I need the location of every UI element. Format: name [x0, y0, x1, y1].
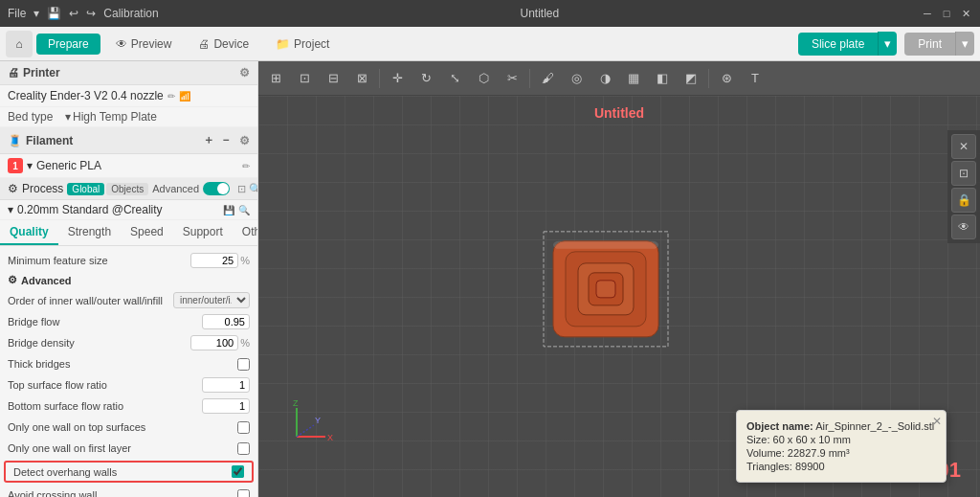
toolbar-rotate[interactable]: ↻ [412, 65, 439, 92]
slice-button[interactable]: Slice plate [798, 33, 878, 56]
tab-strength[interactable]: Strength [58, 220, 121, 245]
tab-others[interactable]: Others [233, 220, 258, 245]
file-menu[interactable]: File [8, 7, 26, 20]
redo-icon[interactable]: ↪ [86, 7, 96, 20]
close-button[interactable]: ✕ [959, 7, 972, 20]
undo-icon[interactable]: ↩ [69, 7, 78, 20]
tab-support[interactable]: Support [173, 220, 233, 245]
toolbar-hollow[interactable]: ◩ [678, 65, 704, 92]
advanced-subheader[interactable]: ⚙ Advanced [0, 271, 257, 289]
advanced-toggle-switch[interactable] [203, 182, 230, 195]
print-dropdown-button[interactable]: ▾ [955, 32, 974, 56]
bottom-surface-flow-row: Bottom surface flow ratio [0, 395, 257, 417]
tab-project[interactable]: 📁 Project [264, 34, 341, 55]
slice-dropdown-button[interactable]: ▾ [878, 32, 897, 56]
avoid-crossing-value [237, 489, 250, 498]
close-view-button[interactable]: ✕ [951, 134, 976, 159]
info-triangles-row: Triangles: 89900 [746, 461, 936, 472]
reset-view-button[interactable]: ⊡ [951, 161, 976, 186]
toolbar-fdm-paint[interactable]: ◑ [591, 65, 618, 92]
order-label: Order of inner wall/outer wall/infill [8, 295, 173, 306]
top-surface-flow-input[interactable] [202, 377, 250, 393]
tag-objects[interactable]: Objects [106, 183, 148, 195]
toolbar-scale[interactable]: ⤡ [441, 65, 468, 92]
3d-object[interactable] [539, 226, 673, 353]
save-icon[interactable]: 💾 [47, 7, 61, 20]
toolbar-place-on-face[interactable]: ⬡ [470, 65, 497, 92]
profile-search-icon[interactable]: 🔍 [238, 205, 250, 215]
one-wall-first-value [237, 442, 250, 455]
toolbar-move[interactable]: ✛ [384, 65, 411, 92]
toolbar-height-range[interactable]: ◧ [649, 65, 676, 92]
toolbar-assembly[interactable]: ⊛ [713, 65, 740, 92]
detect-overhang-checkbox[interactable] [232, 465, 244, 478]
tab-speed[interactable]: Speed [121, 220, 173, 245]
minimize-button[interactable]: ─ [921, 7, 934, 20]
bottom-surface-flow-label: Bottom surface flow ratio [8, 400, 202, 412]
home-button[interactable]: ⌂ [6, 31, 33, 57]
filament-add-button[interactable]: ＋ [203, 132, 214, 148]
filament-remove-button[interactable]: － [220, 132, 232, 148]
file-dropdown-icon[interactable]: ▾ [33, 7, 39, 20]
tab-project-label: Project [294, 37, 329, 51]
bottom-surface-flow-value [202, 398, 250, 414]
preview-icon: 👁 [116, 37, 127, 51]
bed-type-value[interactable]: ▾ High Temp Plate [65, 110, 250, 124]
advanced-toggle[interactable]: Advanced [152, 182, 230, 195]
filament-settings-icon[interactable]: ⚙ [239, 134, 250, 147]
toolbar-text[interactable]: T [742, 65, 768, 92]
avoid-crossing-checkbox[interactable] [237, 489, 250, 498]
toolbar-separator-3 [708, 69, 709, 88]
process-compare-icon[interactable]: ⊡ [237, 183, 246, 195]
advanced-label: Advanced [152, 183, 199, 194]
thick-bridges-checkbox[interactable] [237, 358, 250, 371]
wifi-icon: 📶 [179, 91, 190, 102]
calibration-menu[interactable]: Calibration [103, 7, 158, 20]
printer-icon: 🖨 [8, 66, 19, 79]
toolbar-separator-2 [529, 69, 530, 88]
filament-edit-icon[interactable]: ✏ [242, 161, 250, 171]
titlebar-menu[interactable]: File ▾ 💾 ↩ ↪ Calibration [8, 7, 159, 20]
bottom-surface-flow-input[interactable] [202, 398, 250, 414]
toolbar-cut[interactable]: ✂ [499, 65, 525, 92]
toolbar-add-object[interactable]: ⊞ [262, 65, 289, 92]
visibility-button[interactable]: 👁 [951, 215, 976, 239]
profile-save-icon[interactable]: 💾 [223, 205, 234, 215]
one-wall-top-checkbox[interactable] [237, 421, 250, 434]
window-title: Untitled [170, 7, 909, 20]
info-object-name-label: Object name: [746, 420, 813, 432]
tab-preview[interactable]: 👁 Preview [104, 34, 184, 55]
one-wall-first-checkbox[interactable] [237, 442, 250, 455]
window-controls[interactable]: ─ □ ✕ [921, 7, 972, 20]
process-icon-group: ⊡ 🔍 [237, 183, 258, 195]
lock-view-button[interactable]: 🔒 [951, 188, 976, 213]
print-button[interactable]: Print [904, 33, 955, 56]
one-wall-first-label: Only one wall on first layer [8, 442, 237, 454]
printer-settings-icon[interactable]: ⚙ [239, 66, 250, 79]
maximize-button[interactable]: □ [940, 7, 953, 20]
tab-device[interactable]: 🖨 Device [187, 34, 260, 55]
info-volume-row: Volume: 22827.9 mm³ [746, 447, 936, 459]
toolbar-seam-paint[interactable]: ◎ [563, 65, 590, 92]
viewport[interactable]: Untitled [258, 96, 980, 497]
bridge-flow-input[interactable] [202, 314, 250, 329]
top-surface-flow-value [202, 377, 250, 393]
bed-type-label: Bed type [8, 110, 65, 124]
printer-edit-icon[interactable]: ✏ [167, 91, 175, 102]
toolbar-variable-layer[interactable]: ▦ [620, 65, 647, 92]
toolbar-split-objects[interactable]: ⊡ [291, 65, 318, 92]
tab-quality[interactable]: Quality [0, 220, 58, 245]
process-label: Process [22, 182, 63, 195]
info-popup-close-button[interactable]: ✕ [932, 415, 942, 428]
toolbar-support-paint[interactable]: 🖌 [534, 65, 561, 92]
device-icon: 🖨 [198, 37, 210, 51]
toolbar-orient[interactable]: ⊠ [348, 65, 375, 92]
tab-prepare[interactable]: Prepare [36, 34, 100, 55]
toolbar-arrange[interactable]: ⊟ [320, 65, 346, 92]
min-feature-input[interactable] [190, 253, 238, 268]
tag-global[interactable]: Global [67, 183, 104, 195]
process-search-icon[interactable]: 🔍 [249, 183, 258, 195]
tab-prepare-label: Prepare [48, 37, 89, 51]
bridge-density-input[interactable] [190, 335, 238, 350]
order-select[interactable]: inner/outer/i... [173, 292, 250, 308]
